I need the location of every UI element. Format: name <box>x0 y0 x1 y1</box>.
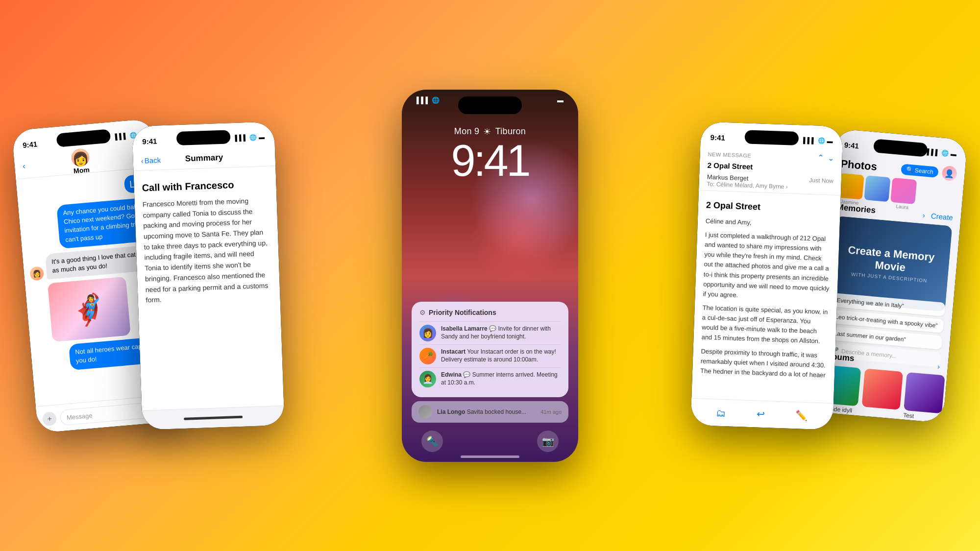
notification-edwina: 👩‍💼 Edwina 💬 Summer interns arrived. Mee… <box>419 367 561 390</box>
instacart-name: Instacart <box>441 348 466 355</box>
summary-back-button[interactable]: ‹ Back <box>141 155 161 164</box>
signal-icon: ▌▌▌ <box>115 132 128 140</box>
attach-button[interactable]: + <box>42 411 57 426</box>
message-placeholder: Message <box>66 411 93 421</box>
new-message-label: NEW MESSAGE <box>708 151 751 158</box>
albums-row: Seaside idyll 63 Test <box>818 364 939 423</box>
dynamic-island <box>458 96 522 114</box>
notification-instacart: 🥕 Instacart Your Instacart order is on t… <box>419 344 561 367</box>
photos-status-icons: ▌▌▌ 🌐 ▬ <box>927 148 957 157</box>
archive-icon[interactable]: 🗂 <box>716 407 726 419</box>
wifi-icon: 🌐 <box>941 149 949 157</box>
photos-time: 9:41 <box>844 140 859 150</box>
signal-icon: ▌▌▌ <box>235 134 247 142</box>
signal-bars: ▌▌▌ <box>416 96 430 104</box>
thumb-person2-item <box>864 175 890 202</box>
isabella-avatar: 👩 <box>419 325 436 341</box>
isabella-icon: 💬 <box>489 325 496 332</box>
email-header: NEW MESSAGE ⌃ ⌄ 2 Opal Street Markus Ber… <box>699 146 842 195</box>
isabella-text: Isabella Lamarre 💬 Invite for dinner wit… <box>441 325 561 341</box>
phone-summary: 9:41 ▌▌▌ 🌐 ▬ ‹ Back Summary Call with Fr… <box>132 121 284 430</box>
memories-title: Memories <box>836 202 876 216</box>
battery-icon: ▬ <box>827 138 833 144</box>
ls-signal-icons: ▌▌▌ 🌐 <box>416 96 440 104</box>
lia-preview: Savita bocked house... <box>467 408 526 415</box>
wifi-icon: 🌐 <box>817 137 825 144</box>
photos-header-right: 🔍 Search 👤 <box>901 162 957 181</box>
location-text: Tiburon <box>495 126 526 137</box>
memories-actions: › Create <box>922 210 953 221</box>
lia-name: Lia Longo <box>437 408 465 415</box>
phones-container: 9:41 ▌▌▌ 🌐 ▬ ‹ 👩 Mom <box>0 0 980 551</box>
priority-notification-card: ⚙ Priority Notifications 👩 Isabella Lama… <box>412 302 568 397</box>
person2-thumbnail[interactable] <box>864 175 890 202</box>
call-title: Call with Francesco <box>142 178 269 193</box>
phone-lockscreen: ▌▌▌ 🌐 ▬ Mon 9 ☀ Tiburon 9:41 ⚙ Priority <box>402 90 578 462</box>
email-time-label: Just Now <box>809 176 833 184</box>
thumb-laura-item: Laura <box>890 177 917 204</box>
summary-status-icons: ▌▌▌ 🌐 ▬ <box>235 133 265 141</box>
battery-icon: ▬ <box>951 150 957 157</box>
portrait-album-thumbnail[interactable] <box>862 368 904 410</box>
email-time: 9:41 <box>710 133 726 142</box>
lia-avatar <box>418 405 432 419</box>
superhero-emoji: 🦸‍♀️ <box>69 290 109 328</box>
gear-icon: ⚙ <box>419 309 426 316</box>
email-body-para4: Despite proximity to through traffic, it… <box>700 346 828 380</box>
test-album-thumbnail[interactable] <box>904 372 945 413</box>
back-chevron-icon: ‹ <box>22 161 25 171</box>
album-portrait-item <box>860 368 903 423</box>
superhero-image: 🦸‍♀️ <box>48 276 131 341</box>
jasmine-thumbnail[interactable] <box>838 173 864 199</box>
chevron-up-icon: ⌃ <box>817 153 824 162</box>
edwina-icon: 💬 <box>463 371 470 378</box>
search-icon: 🔍 <box>906 166 913 173</box>
ls-battery-icon: ▬ <box>557 96 564 104</box>
email-body-para3: The location is quite special, as you kn… <box>701 303 829 347</box>
sender-name: Markus Berget <box>707 173 749 182</box>
torch-icon[interactable]: 🔦 <box>421 431 443 452</box>
messages-back-button[interactable]: ‹ <box>22 161 25 171</box>
memories-more-link[interactable]: › <box>922 210 925 218</box>
lia-time: 41m ago <box>540 409 562 415</box>
email-status-icons: ▌▌▌ 🌐 ▬ <box>803 137 833 144</box>
thumb-jasmine-item: Jasmine <box>838 173 864 199</box>
notification-isabella: 👩 Isabella Lamarre 💬 Invite for dinner w… <box>419 321 561 344</box>
photos-title: Photos <box>840 157 878 173</box>
instacart-avatar: 🥕 <box>419 348 436 364</box>
laura-thumbnail[interactable] <box>890 177 917 204</box>
summary-text: Francesco Moretti from the moving compan… <box>142 195 272 306</box>
camera-icon[interactable]: 📷 <box>537 431 559 452</box>
edwina-name: Edwina <box>441 371 462 378</box>
summary-body: Call with Francesco Francesco Moretti fr… <box>134 168 284 410</box>
instacart-text: Instacart Your Instacart order is on the… <box>441 348 561 364</box>
memories-create-button[interactable]: Create <box>931 211 953 221</box>
photos-search-button[interactable]: 🔍 Search <box>901 164 939 178</box>
signal-icon: ▌▌▌ <box>927 148 940 156</box>
album-test-item: Test 109 <box>903 372 945 423</box>
signal-icon: ▌▌▌ <box>803 137 816 144</box>
battery-icon: ▬ <box>259 133 265 140</box>
search-label: Search <box>914 167 933 175</box>
priority-label: Priority Notifications <box>429 309 496 316</box>
test-album-info: Test 109 <box>903 411 942 423</box>
date-text: Mon 9 <box>454 126 480 137</box>
wifi-icon: 🌐 <box>432 96 440 104</box>
reply-icon[interactable]: ↩ <box>757 408 765 420</box>
edwina-text: Edwina 💬 Summer interns arrived. Meeting… <box>441 371 561 387</box>
lockscreen-time: 9:41 <box>402 139 578 183</box>
phone-email: 9:41 ▌▌▌ 🌐 ▬ NEW MESSAGE ⌃ ⌄ 2 Opal Stre… <box>690 121 843 430</box>
email-chevrons[interactable]: ⌃ ⌄ <box>817 153 834 163</box>
email-body: 2 Opal Street Céline and Amy, I just com… <box>691 192 840 403</box>
email-greeting: Céline and Amy, <box>705 216 832 230</box>
email-street-heading: 2 Opal Street <box>706 198 833 216</box>
bottom-notification: Lia Longo Savita bocked house... 41m ago <box>412 401 568 423</box>
cat-bubble: It's a good thing I love that cat as muc… <box>45 245 145 280</box>
priority-header: ⚙ Priority Notifications <box>419 309 561 316</box>
compose-icon[interactable]: ✏️ <box>795 409 808 422</box>
albums-more-link[interactable]: › <box>937 361 940 370</box>
wifi-icon: 🌐 <box>249 134 257 141</box>
summary-notch <box>176 130 231 145</box>
isabella-name: Isabella Lamarre <box>441 325 488 332</box>
lockscreen-notifications: ⚙ Priority Notifications 👩 Isabella Lama… <box>412 302 568 423</box>
